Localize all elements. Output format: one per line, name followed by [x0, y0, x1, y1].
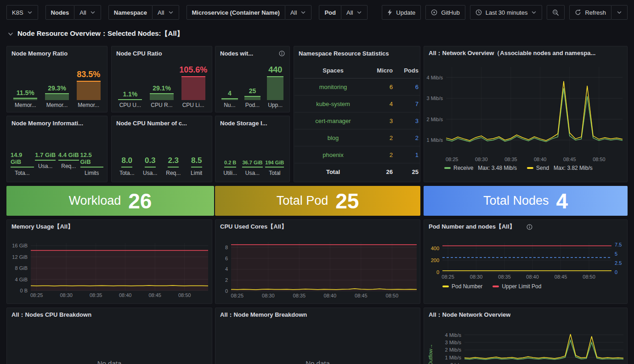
row-toggle[interactable]: Node Resource Overview：Selected Nodes:【A…: [7, 29, 184, 38]
dashboard-picker-label: K8S: [12, 9, 23, 16]
legend-item[interactable]: Pod Number: [442, 283, 482, 290]
variable-namespace-dropdown[interactable]: All: [152, 5, 179, 20]
panel-node-cpu-count: Node CPU Number of c... 8.0 Tota... 0.3 …: [111, 116, 212, 182]
panel-title[interactable]: Node CPU Ratio: [112, 46, 212, 60]
panel-title-text: All：Network Overview（Associable nodes an…: [429, 49, 595, 57]
stat-value: 36.7 GiB: [242, 160, 262, 168]
node-network-chart[interactable]: 0 b/s1 Mib/s2 Mib/s3 Mib/s4 Mib/s: [426, 332, 626, 364]
panel-title[interactable]: All：Nodes CPU Breakdown: [7, 308, 212, 322]
panel-title-text: All：Nodes CPU Breakdown: [11, 311, 91, 319]
stat-group: 14.9 GiB Tota... 1.7 GiB Usa... 4.4 GiB …: [11, 151, 103, 176]
panel-title[interactable]: Pod Number and nodes【All】: [424, 220, 627, 234]
panel-title[interactable]: Node CPU Number of c...: [112, 116, 212, 130]
refresh-interval-dropdown[interactable]: [611, 5, 628, 20]
legend-item[interactable]: Receive Max: 3.48 Mib/s: [444, 165, 517, 171]
total-label: Total: [294, 168, 372, 175]
stat-value: 26: [128, 190, 152, 212]
y-axis-label: 8: [217, 244, 228, 251]
panel-title-text: All：Node Memory Breakdown: [220, 311, 307, 319]
stat-label: Usa...: [143, 170, 157, 176]
gauge-label: CPU R...: [151, 102, 172, 108]
panel-title-text: Node CPU Number of c...: [116, 120, 187, 127]
namespace-link[interactable]: cert-manager: [294, 118, 372, 124]
panel-title[interactable]: Nodes wit...: [215, 46, 289, 60]
gauge-value: 11.5%: [17, 89, 34, 96]
y-axis-label: 4: [217, 266, 228, 272]
gauge-label: Upp...: [268, 102, 283, 108]
variable-namespace-value: All: [158, 9, 164, 16]
gauge-label: Memor...: [46, 102, 68, 108]
y-axis-label: 3 Mib/s: [426, 339, 461, 346]
panel-title[interactable]: Node Memory Informati...: [7, 116, 107, 130]
panel-title[interactable]: Memory Usage【All】: [7, 220, 212, 234]
variable-microservice-dropdown[interactable]: All: [285, 5, 311, 20]
panel-title[interactable]: All：Network Overview（Associable nodes an…: [424, 46, 627, 60]
stat-value: 2.3: [168, 156, 179, 168]
panel-title-text: Node CPU Ratio: [116, 50, 162, 57]
y-axis-label: 3 Mib/s: [425, 95, 443, 101]
chart-canvas: [9, 243, 211, 298]
variable-microservice-label: Microservice (Container Name): [187, 5, 285, 20]
sync-icon: [575, 9, 581, 16]
time-range-picker[interactable]: Last 30 minutes: [470, 5, 543, 20]
panel-title[interactable]: Node Memory Ratio: [7, 46, 107, 60]
panel-title-text: Nodes wit...: [220, 50, 253, 57]
namespace-link[interactable]: phoenix: [294, 151, 372, 158]
gauge-label: Memor...: [78, 102, 99, 108]
panel-title[interactable]: Node Storage I...: [215, 116, 289, 130]
table-row: blog 2 2: [294, 129, 420, 146]
stat-panel-total-nodes[interactable]: Total Nodes 4: [424, 186, 628, 216]
panel-title[interactable]: CPU Used Cores【All】: [215, 220, 420, 234]
column-header: Spaces: [294, 67, 372, 74]
cpu-used-chart[interactable]: 0246808:2508:3008:3508:4008:4508:50: [217, 242, 419, 298]
micro-count: 6: [372, 84, 397, 90]
table-row: monitoring 6 6: [294, 78, 420, 95]
stat-value: 8.5: [191, 156, 202, 168]
pod-count: 3: [397, 118, 420, 124]
bolt-icon: [387, 9, 392, 16]
stat-panel-workload[interactable]: Workload 26: [6, 186, 214, 216]
refresh-button[interactable]: Refresh: [569, 5, 611, 20]
namespace-link[interactable]: blog: [294, 134, 372, 141]
y-axis-label-right: 0: [615, 269, 617, 275]
memory-usage-chart[interactable]: 0 B4 GiB8 GiB12 GiB16 GiB08:2508:3008:35…: [9, 243, 211, 298]
stat-value: 8.0: [121, 156, 132, 168]
gauge-label: Memor...: [15, 102, 36, 108]
panel-title[interactable]: All：Node Memory Breakdown: [215, 308, 420, 322]
network-chart[interactable]: 1 Mib/s2 Mib/s3 Mib/s4 Mib/s08:2508:3008…: [425, 67, 625, 162]
legend-label: Pod Number: [452, 283, 482, 290]
panel-title[interactable]: Namespace Resource Statistics: [294, 46, 420, 60]
y-axis-label-right: 2.5: [615, 260, 622, 266]
chevron-down-icon: [168, 10, 174, 15]
gauge-value: 4: [228, 90, 232, 97]
dashboard-picker[interactable]: K8S: [6, 5, 38, 20]
legend-item[interactable]: Send Max: 3.82 Mib/s: [527, 165, 593, 171]
variable-nodes-dropdown[interactable]: All: [74, 5, 101, 20]
micro-count: 2: [372, 151, 397, 158]
stat-value: 0.3: [145, 156, 156, 168]
stat: 8.0 Tota...: [115, 156, 139, 176]
namespace-link[interactable]: monitoring: [294, 84, 372, 90]
panel-title[interactable]: All：Node Network Overview: [424, 308, 627, 322]
namespace-link[interactable]: kube-system: [294, 101, 372, 107]
series-swatch: [527, 167, 533, 169]
pod-number-chart[interactable]: 020040002.557.508:2508:3008:3508:4008:45…: [425, 243, 627, 280]
bar-gauge-group: 4 Nu... 25 Pod... 440 Upp...: [220, 60, 285, 108]
y-axis-label: 0: [425, 269, 439, 275]
chart-canvas: [217, 242, 419, 298]
panel-node-network-overview: All：Node Network Overview Outflow→ 0 b/s…: [424, 308, 628, 364]
x-axis-label: 08:50: [178, 292, 191, 298]
info-icon[interactable]: [526, 224, 532, 230]
legend-item[interactable]: Upper Limit Pod: [492, 283, 541, 290]
variable-pod-dropdown[interactable]: All: [341, 5, 368, 20]
gauge-bar: [13, 98, 37, 100]
info-icon[interactable]: [279, 50, 285, 56]
panel-title-text: Memory Usage【All】: [11, 223, 74, 231]
update-button[interactable]: Update: [382, 5, 421, 20]
stat-panel-total-pod[interactable]: Total Pod 25: [215, 186, 420, 216]
gauge-bar: [45, 93, 69, 100]
zoom-out-button[interactable]: [547, 5, 565, 20]
grafana-k8s-dashboard: { "colors": { "green": "#73bf69", "yello…: [0, 0, 634, 364]
github-button[interactable]: GitHub: [425, 5, 465, 20]
gauge-bar: [150, 93, 174, 100]
